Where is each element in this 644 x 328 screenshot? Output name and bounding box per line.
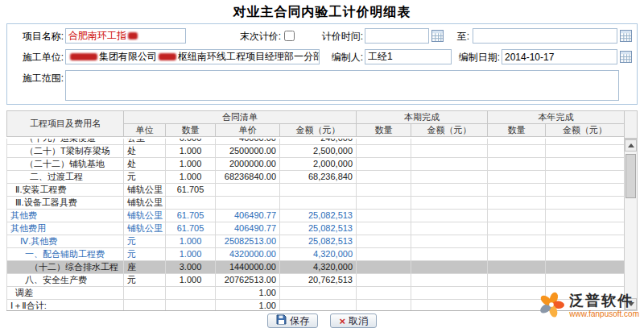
scrollbar-thumb[interactable] [625,154,636,198]
row-value-cell: 61.705 [166,184,216,197]
table-row[interactable]: 调差1.00 [7,287,625,300]
row-value-cell [488,261,546,274]
table-row[interactable]: （十二）综合排水工程（含给座3.0001440000.004,320,000 [7,261,625,274]
row-name-cell: Ⅲ.设备工器具费 [7,197,124,210]
row-value-cell: 1.000 [166,158,216,171]
row-value-cell [357,197,411,210]
table-row[interactable]: 二、过渡工程元1.00068236840.0068,236,840 [7,171,625,184]
col-header-qty: 数量 [357,124,411,137]
table-row[interactable]: Ⅱ.安装工程费铺轨公里61.705 [7,184,625,197]
table-row[interactable]: 八、安全生产费元1.00020762513.0020,762,513 [7,274,625,287]
row-value-cell [488,287,546,300]
construction-unit-part2: 枢纽南环线工程项目经理部一分部 [178,51,320,62]
row-value-cell: 68236840.00 [216,171,280,184]
col-group-current-period: 本期完成 [357,111,488,124]
row-value-cell [411,235,488,248]
table-row[interactable]: 其他费用铺轨公里61.705406490.7725,082,513 [7,222,625,235]
vertical-scrollbar[interactable] [624,139,638,311]
col-header-amount: 金额（元） [280,124,357,137]
row-value-cell [166,300,216,312]
cancel-icon: × [339,316,345,326]
compiler-input[interactable] [365,49,452,64]
row-value-cell: 铺轨公里 [124,184,166,197]
table-row[interactable]: 一、配合辅助工程费元1.0004320000.004,320,000 [7,248,625,261]
row-value-cell [546,145,625,158]
page-title: 对业主合同内验工计价明细表 [0,4,644,21]
vendor-url[interactable]: www.fanpusoft.com [569,309,639,319]
row-value-cell: 240,000 [280,139,357,145]
row-value-cell [488,274,546,287]
cancel-button[interactable]: × 取消 [330,313,377,328]
save-button-label: 保存 [290,314,309,328]
redacted-text [70,53,97,60]
row-value-cell [216,197,280,210]
calendar-icon[interactable] [620,30,632,42]
row-value-cell: 25,082,513 [280,235,357,248]
row-value-cell: 40000.00 [216,139,280,145]
scope-textarea[interactable] [65,70,619,101]
table-row[interactable]: （二十二）铺轨基地处1.0002000000.002,000,000 [7,158,625,171]
calendar-icon[interactable] [620,51,632,63]
row-value-cell [546,222,625,235]
final-valuation-checkbox[interactable] [284,31,295,41]
valuation-time-input[interactable] [365,28,429,44]
row-name-cell: 调差 [7,287,124,300]
pricing-table-body: （十九）运梁便道公里6.00040000.00240,000（二十）T梁制存梁场… [6,139,624,311]
construction-unit-input[interactable]: 集团有限公司枢纽南环线工程项目经理部一分部 [65,49,320,64]
valuation-time-to-input[interactable] [473,28,617,44]
row-value-cell [357,145,411,158]
save-button[interactable]: 保存 [267,313,318,328]
row-value-cell: 4,320,000 [280,248,357,261]
row-value-cell [488,139,546,145]
vendor-logo: 泛普软件 www.fanpusoft.com [538,291,639,321]
row-value-cell [357,139,411,145]
row-value-cell: 1.000 [166,145,216,158]
row-value-cell: 6.000 [166,139,216,145]
construction-unit-part1: 集团有限公司 [99,51,157,62]
row-value-cell [411,274,488,287]
col-header-qty: 数量 [488,124,546,137]
row-value-cell [411,139,488,145]
table-row[interactable]: （十九）运梁便道公里6.00040000.00240,000 [7,139,625,145]
row-value-cell [546,171,625,184]
row-value-cell [546,235,625,248]
row-value-cell: 座 [124,261,166,274]
row-value-cell [357,235,411,248]
row-value-cell [357,248,411,261]
row-value-cell: 铺轨公里 [124,197,166,210]
calendar-icon[interactable] [431,30,444,42]
row-value-cell [280,287,357,300]
table-row[interactable]: 其他费铺轨公里61.705406490.7725,082,513 [7,210,625,222]
project-name-input[interactable]: 合肥南环工指 [65,28,186,44]
compile-date-input[interactable] [502,49,617,64]
table-row[interactable]: Ⅲ.设备工器具费铺轨公里 [7,197,625,210]
col-header-amount: 金额（元） [411,124,488,137]
row-name-cell: Ⅱ.安装工程费 [7,184,124,197]
to-label: 至: [452,28,469,44]
row-value-cell: 2,000,000 [280,158,357,171]
table-row[interactable]: （二十）T梁制存梁场处1.0002500000.002,500,000 [7,145,625,158]
row-value-cell: 2000000.00 [216,158,280,171]
row-value-cell: 61.705 [166,210,216,222]
row-name-cell: （十二）综合排水工程（含给 [7,261,124,274]
col-header-unit: 单位 [124,124,166,137]
table-row[interactable]: Ⅳ.其他费元1.00025082513.0025,082,513 [7,235,625,248]
row-value-cell [357,171,411,184]
compile-date-label: 编制日期: [448,49,500,65]
col-header-qty: 数量 [166,124,216,137]
row-value-cell [411,261,488,274]
row-value-cell: 1.00 [216,287,280,300]
row-value-cell [488,158,546,171]
fanpu-flower-icon [538,291,565,321]
row-value-cell: 4320000.00 [216,248,280,261]
valuation-time-label: 计价时间: [312,28,363,44]
col-header-price: 单价 [216,124,280,137]
row-value-cell [411,184,488,197]
row-value-cell [411,197,488,210]
scroll-up-arrow-icon[interactable] [625,139,637,152]
row-value-cell: 20,762,513 [280,274,357,287]
row-value-cell: 61.705 [166,222,216,235]
row-value-cell: 20762513.00 [216,274,280,287]
project-name-value: 合肥南环工指 [68,30,126,41]
table-row[interactable]: Ⅰ＋Ⅱ合计:1.00 [7,300,625,312]
